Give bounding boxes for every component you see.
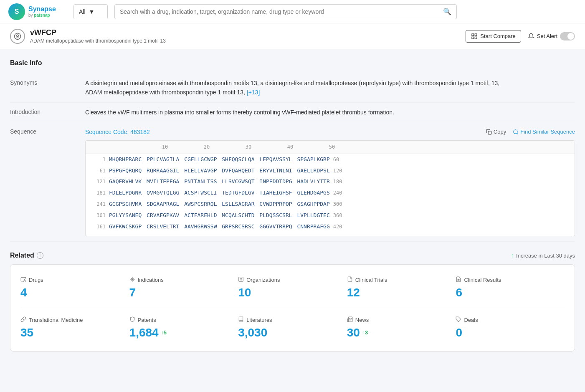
related-item-label: Organizations <box>246 277 280 283</box>
related-item-count: 4 <box>20 286 129 299</box>
introduction-row: Introduction Cleaves the vWF multimers i… <box>10 103 575 122</box>
search-input[interactable] <box>120 8 440 15</box>
seq-row-num: 1 <box>86 156 109 164</box>
filter-select[interactable]: All ▼ <box>74 5 107 19</box>
app-header: S Synapse by patsnap All ▼ 🔍 <box>0 0 585 23</box>
related-item-count: 7 <box>129 286 238 299</box>
sequence-box[interactable]: 10 20 30 40 50 1MHQRHPRARC PPLCVAGILA CG… <box>85 140 575 236</box>
ruler-20: 20 <box>186 143 228 151</box>
related-item-count: 6 <box>456 286 565 299</box>
related-item-header: News <box>347 316 456 324</box>
compare-button[interactable]: Start Compare <box>466 30 521 43</box>
seq-row-end: 60 <box>333 156 339 164</box>
chevron-down-icon: ▼ <box>89 8 95 15</box>
seq-row-num: 301 <box>86 212 109 220</box>
deals-icon <box>456 316 461 324</box>
find-similar-icon <box>513 129 519 135</box>
ruler-10: 10 <box>144 143 186 151</box>
seq-row-num: 361 <box>86 223 109 231</box>
alert-label: Set Alert <box>537 33 557 39</box>
entity-header: vWFCP ADAM metallopeptidase with thrombo… <box>0 23 585 49</box>
filter-value: All <box>79 8 86 15</box>
related-item[interactable]: Clinical Results 6 <box>456 273 565 303</box>
entity-name: vWFCP <box>30 28 166 37</box>
snowflake-icon <box>129 276 135 283</box>
seq-row-num: 61 <box>86 167 109 175</box>
related-item-header: Organizations <box>238 276 347 283</box>
entity-info: vWFCP ADAM metallopeptidase with thrombo… <box>10 28 166 44</box>
alert-button[interactable]: Set Alert <box>528 32 575 40</box>
search-box[interactable]: 🔍 <box>114 4 457 19</box>
related-item-label: Patents <box>138 317 156 323</box>
svg-rect-5 <box>472 37 474 39</box>
related-item[interactable]: Patents 1,684 ↑5 <box>129 313 238 343</box>
related-item[interactable]: Deals 0 <box>456 313 565 343</box>
related-info-icon[interactable]: i <box>37 252 43 259</box>
svg-point-1 <box>17 35 19 37</box>
related-item-label: Translational Medicine <box>29 317 83 323</box>
svg-rect-2 <box>472 34 474 36</box>
main-content: Basic Info Synonyms A disintegrin and me… <box>0 49 585 362</box>
logo-icon: S <box>8 3 25 20</box>
sequence-row-item: 121GAQFRVHLVK MVILTEPEGA PNITANLTSS LLSV… <box>86 176 575 187</box>
book-icon <box>238 316 244 324</box>
copy-button[interactable]: Copy <box>486 128 506 137</box>
entity-actions: Start Compare Set Alert <box>466 30 575 43</box>
sequence-row: Sequence Sequence Code: 463182 Copy <box>10 122 575 241</box>
related-item[interactable]: News 30 ↑3 <box>347 313 456 343</box>
svg-point-7 <box>514 130 517 134</box>
seq-row-data: PSPGFQRQRQ RQRRAAGGIL HLELLVAVGP DVFQAHQ… <box>109 167 330 175</box>
related-item[interactable]: Drugs 4 <box>20 273 129 303</box>
logo-text: Synapse by patsnap <box>28 5 56 18</box>
medicine-icon <box>20 316 26 324</box>
sequence-ruler: 10 20 30 40 50 <box>86 141 575 154</box>
synonyms-more-link[interactable]: [+13] <box>247 89 260 96</box>
search-icon[interactable]: 🔍 <box>443 8 451 15</box>
introduction-label: Introduction <box>10 108 85 115</box>
seq-row-end: 300 <box>333 200 342 208</box>
badge-count: ↑3 <box>362 329 368 336</box>
svg-rect-11 <box>239 277 243 281</box>
alert-toggle[interactable] <box>560 32 575 40</box>
related-item-label: Indications <box>138 277 164 283</box>
news-icon <box>347 316 353 324</box>
sequence-row-item: 1MHQRHPRARC PPLCVAGILA CGFLLGCWGP SHFQQS… <box>86 154 575 165</box>
building-icon <box>238 276 244 283</box>
grid-divider <box>20 308 565 308</box>
seq-row-num: 241 <box>86 200 109 208</box>
related-item[interactable]: Indications 7 <box>129 273 238 303</box>
count-value: 10 <box>238 286 251 299</box>
logo: S Synapse by patsnap <box>8 3 67 20</box>
logo-title: Synapse <box>28 5 56 13</box>
entity-details: vWFCP ADAM metallopeptidase with thrombo… <box>30 28 166 44</box>
sequence-code-link[interactable]: Sequence Code: 463182 <box>85 127 150 137</box>
find-similar-button[interactable]: Find Similar Sequence <box>513 128 575 137</box>
related-item[interactable]: Clinical Trials 12 <box>347 273 456 303</box>
related-item[interactable]: Translational Medicine 35 <box>20 313 129 343</box>
related-item-count: 30 ↑3 <box>347 326 456 339</box>
seq-row-data: PGLYYSANEQ CRVAFGPKAV ACTFAREHLD MCQALSC… <box>109 211 330 220</box>
seq-row-end: 180 <box>333 178 342 186</box>
seq-row-num: 181 <box>86 189 109 197</box>
sequence-label: Sequence <box>10 127 85 135</box>
info-table: Synonyms A disintegrin and metalloprotei… <box>10 73 575 242</box>
synonyms-text2: ADAM metallopeptidase with thrombospondi… <box>85 89 245 96</box>
related-item-label: Clinical Results <box>464 277 501 283</box>
related-title-area: Related i <box>10 252 43 259</box>
related-item[interactable]: Organizations 10 <box>238 273 347 303</box>
introduction-value: Cleaves the vWF multimers in plasma into… <box>85 108 575 117</box>
related-item-header: Literatures <box>238 316 347 324</box>
related-item-count: 1,684 ↑5 <box>129 326 238 339</box>
seq-row-data: GVFKWCSKGP CRSLVELTRT AAVHGRWSSW GRPSRCS… <box>109 223 330 231</box>
related-item[interactable]: Literatures 3,030 <box>238 313 347 343</box>
logo-brand: patsnap <box>34 13 50 18</box>
related-item-label: Clinical Trials <box>355 277 387 283</box>
entity-icon <box>10 29 25 44</box>
search-filter-dropdown[interactable]: All ▼ <box>73 4 108 19</box>
badge-arrow-icon: ↑ <box>362 330 365 336</box>
synonyms-label: Synonyms <box>10 78 85 86</box>
seq-row-end: 240 <box>333 189 342 197</box>
related-item-label: Deals <box>464 317 478 323</box>
sequence-row-item: 241GCGPSGHVMA SDGAAPRAGL AWSPCSRRQL LSLL… <box>86 199 575 210</box>
related-item-count: 12 <box>347 286 456 299</box>
